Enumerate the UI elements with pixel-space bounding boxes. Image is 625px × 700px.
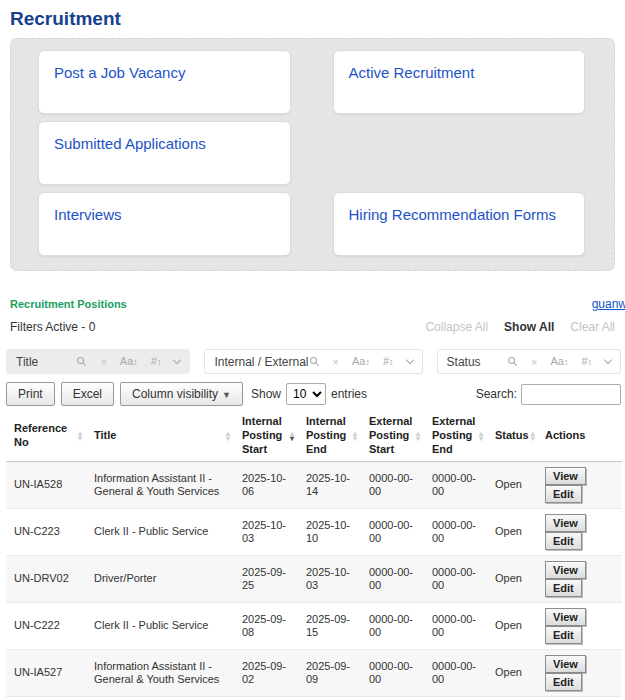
internal-end-cell: 2025-10-03 [298,556,361,603]
filters-active-label: Filters Active - 0 [10,320,95,334]
nav-card-post-a-job-vacancy[interactable]: Post a Job Vacancy [38,50,291,114]
search-icon[interactable] [76,356,87,367]
sort-icon[interactable]: ▴▾ [226,431,230,441]
view-button[interactable]: View [545,467,586,485]
excel-button[interactable]: Excel [61,382,114,406]
view-button[interactable]: View [545,655,586,673]
status-cell: Open [487,603,537,650]
alpha-sort-icon[interactable]: Aa↕ [550,356,568,367]
chevron-down-icon[interactable] [405,356,413,364]
sort-icon[interactable]: ▴▾ [290,431,294,441]
sort-icon[interactable]: ▴▾ [353,431,357,441]
reference-no-cell: UN-IA527 [6,650,86,697]
clear-filter-icon[interactable]: × [531,356,537,368]
numeric-sort-icon[interactable]: #↕ [581,356,592,367]
table-search-input[interactable] [521,384,621,405]
internal-end-cell: 2025-10-10 [298,509,361,556]
print-button[interactable]: Print [6,382,55,406]
column-header-label: Status [495,429,529,443]
internal-start-cell: 2025-09-08 [234,603,298,650]
internal-start-cell: 2025-09-02 [234,650,298,697]
internal-start-cell: 2025-10-06 [234,462,298,509]
column-visibility-button[interactable]: Column visibility▼ [120,382,243,406]
filter-label: Internal / External [214,355,308,369]
edit-button[interactable]: Edit [545,673,582,691]
numeric-sort-icon[interactable]: #↕ [151,356,162,367]
clear-all-link[interactable]: Clear All [570,320,615,334]
table-row: UN-IA528Information Assistant II - Gener… [6,462,622,509]
column-header-label: External Posting End [432,415,477,456]
table-header-row: Reference No▴▾Title▴▾Internal Posting St… [6,410,622,462]
show-all-link[interactable]: Show All [504,320,554,334]
filter-status[interactable]: Status×Aa↕#↕ [437,349,621,374]
nav-card-active-recruitment[interactable]: Active Recruitment [333,50,586,114]
column-header-reference-no[interactable]: Reference No▴▾ [6,410,86,462]
external-start-cell: 0000-00-00 [361,556,424,603]
entries-label: entries [331,387,367,401]
nav-card-link[interactable]: Submitted Applications [54,135,206,152]
page-title: Recruitment [10,8,625,30]
title-cell: Information Assistant II - General & You… [86,462,234,509]
search-icon[interactable] [309,356,320,367]
title-cell: Information Assistant II - General & You… [86,650,234,697]
nav-card-link[interactable]: Interviews [54,206,122,223]
filter-title[interactable]: Title×Aa↕#↕ [6,349,190,374]
view-button[interactable]: View [545,561,586,579]
column-visibility-label: Column visibility [132,387,218,401]
edit-button[interactable]: Edit [545,626,582,644]
view-button[interactable]: View [545,608,586,626]
column-header-status[interactable]: Status▴▾ [487,410,537,462]
sort-icon[interactable]: ▴▾ [531,431,535,441]
search-icon[interactable] [507,356,518,367]
view-button[interactable]: View [545,514,586,532]
column-header-external-posting-end[interactable]: External Posting End▴▾ [424,410,487,462]
page-size-select[interactable]: 10 [286,383,326,405]
nav-card-link[interactable]: Post a Job Vacancy [54,64,185,81]
nav-card-link[interactable]: Hiring Recommendation Forms [349,206,557,223]
column-header-external-posting-start[interactable]: External Posting Start▴▾ [361,410,424,462]
nav-card-submitted-applications[interactable]: Submitted Applications [38,121,291,185]
clear-filter-icon[interactable]: × [333,356,339,368]
sort-icon[interactable]: ▴▾ [78,431,82,441]
alpha-sort-icon[interactable]: Aa↕ [352,356,370,367]
actions-cell: ViewEdit [537,603,622,650]
nav-card-hiring-recommendation-forms[interactable]: Hiring Recommendation Forms [333,192,586,256]
column-header-title[interactable]: Title▴▾ [86,410,234,462]
edit-button[interactable]: Edit [545,485,582,503]
filter-label: Status [447,355,507,369]
chevron-down-icon[interactable] [604,356,612,364]
clear-filter-icon[interactable]: × [100,356,106,368]
table-toolbar: Print Excel Column visibility▼ Show 10 e… [6,382,621,406]
internal-end-cell: 2025-09-09 [298,650,361,697]
edit-button[interactable]: Edit [545,579,582,597]
numeric-sort-icon[interactable]: #↕ [383,356,394,367]
positions-table: Reference No▴▾Title▴▾Internal Posting St… [6,410,622,700]
reference-no-cell: UN-DRV02 [6,556,86,603]
actions-cell: ViewEdit [537,462,622,509]
filter-label: Title [16,355,76,369]
nav-card-interviews[interactable]: Interviews [38,192,291,256]
nav-card-link[interactable]: Active Recruitment [349,64,475,81]
column-header-internal-posting-start[interactable]: Internal Posting Start▴▾ [234,410,298,462]
column-header-actions: Actions [537,410,622,462]
filter-internal-external[interactable]: Internal / External×Aa↕#↕ [204,349,422,374]
column-header-label: Actions [545,429,585,443]
external-end-cell: 0000-00-00 [424,509,487,556]
user-link[interactable]: guanw [592,297,625,311]
table-row: UN-C222Clerk II - Public Service2025-09-… [6,603,622,650]
sort-icon[interactable]: ▴▾ [416,431,420,441]
column-header-internal-posting-end[interactable]: Internal Posting End▴▾ [298,410,361,462]
alpha-sort-icon[interactable]: Aa↕ [120,356,138,367]
external-end-cell: 0000-00-00 [424,650,487,697]
edit-button[interactable]: Edit [545,532,582,550]
internal-end-cell: 2025-10-14 [298,462,361,509]
column-header-label: Internal Posting End [306,415,351,456]
internal-start-cell: 2025-10-03 [234,509,298,556]
external-end-cell: 0000-00-00 [424,603,487,650]
external-start-cell: 0000-00-00 [361,603,424,650]
actions-cell: ViewEdit [537,556,622,603]
sort-icon[interactable]: ▴▾ [479,431,483,441]
chevron-down-icon[interactable] [173,356,181,364]
table-row: UN-IA527Information Assistant II - Gener… [6,650,622,697]
collapse-all-link[interactable]: Collapse All [425,320,488,334]
